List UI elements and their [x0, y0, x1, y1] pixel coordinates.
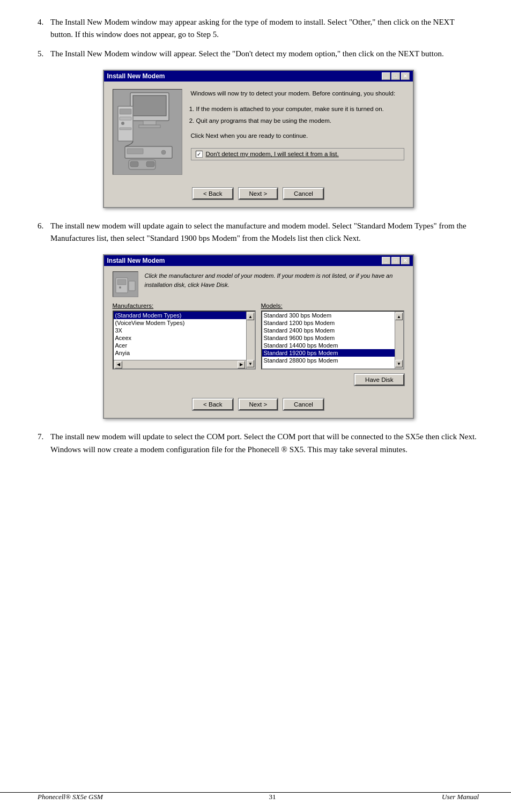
step-5-text: The Install New Modem window will appear…: [50, 48, 479, 60]
maximize-button[interactable]: □: [391, 72, 400, 80]
manufacturers-item-0[interactable]: (Standard Modem Types): [114, 312, 255, 319]
dialog-1-buttons: < Back Next > Cancel: [104, 182, 413, 207]
step-5-num: 5.: [38, 48, 50, 60]
dialog-1-list: If the modem is attached to your compute…: [196, 105, 404, 126]
step-5: 5. The Install New Modem window will app…: [38, 48, 479, 60]
manufacturers-item-2[interactable]: 3X: [114, 327, 255, 334]
models-item-6[interactable]: Standard 28800 bps Modem: [262, 357, 403, 364]
footer-product-name: Phonecell® SX5e GSM: [38, 793, 103, 801]
manufacturers-scrollbar[interactable]: ▲ ▼: [246, 312, 255, 368]
svg-rect-2: [143, 121, 156, 125]
models-scroll-up[interactable]: ▲: [395, 313, 403, 320]
step-7-text: The install new modem will update to sel…: [50, 431, 479, 456]
models-scroll-down[interactable]: ▼: [395, 360, 403, 367]
svg-rect-8: [120, 128, 131, 130]
step-6-num: 6.: [38, 220, 50, 245]
dialog-1-back-button[interactable]: < Back: [192, 188, 233, 200]
titlebar-buttons: _ □ ✕: [382, 72, 410, 80]
dont-detect-checkbox-row[interactable]: ✓ Don't detect my modem, I will select i…: [191, 148, 404, 160]
dialog-2-back-button[interactable]: < Back: [192, 398, 233, 410]
models-scrollbar[interactable]: ▲ ▼: [395, 312, 403, 368]
dialog-1-wrapper: Install New Modem _ □ ✕: [38, 70, 479, 208]
models-label: Models:: [261, 302, 404, 309]
dialog-1-title: Install New Modem: [107, 72, 165, 80]
dialog-2-instructions: Click the manufacturer and model of your…: [145, 271, 404, 297]
dialog-2-body: Click the manufacturer and model of your…: [104, 266, 413, 393]
svg-rect-16: [117, 279, 126, 285]
models-item-4[interactable]: Standard 14400 bps Modem: [262, 342, 403, 349]
dialog-1: Install New Modem _ □ ✕: [103, 70, 414, 208]
models-item-1[interactable]: Standard 1200 bps Modem: [262, 319, 403, 327]
manufacturers-label: Manufacturers:: [113, 302, 256, 309]
minimize-button[interactable]: _: [382, 72, 390, 80]
dialog-2-cancel-button[interactable]: Cancel: [283, 398, 324, 410]
footer-doc-type: User Manual: [442, 793, 479, 801]
dialog-2-buttons: < Back Next > Cancel: [104, 393, 413, 418]
dialog-2-icon: [113, 271, 138, 297]
dialog-1-footer-text: Click Next when you are ready to continu…: [191, 131, 404, 141]
dialog-2-maximize-button[interactable]: □: [391, 257, 400, 264]
page-footer: Phonecell® SX5e GSM 31 User Manual: [0, 792, 511, 801]
manufacturers-panel: Manufacturers: (Standard Modem Types) (V…: [113, 302, 256, 370]
step-7: 7. The install new modem will update to …: [38, 431, 479, 456]
dialog-1-content: Windows will now try to detect your mode…: [191, 89, 404, 175]
models-item-5[interactable]: Standard 19200 bps Modem: [262, 349, 403, 357]
dont-detect-label: Don't detect my modem, I will select it …: [206, 151, 339, 157]
models-item-2[interactable]: Standard 2400 bps Modem: [262, 327, 403, 334]
models-panel: Models: Standard 300 bps Modem Standard …: [261, 302, 404, 370]
manufacturers-hscroll-right[interactable]: ▶: [238, 361, 245, 368]
models-list[interactable]: Standard 300 bps Modem Standard 1200 bps…: [261, 311, 404, 370]
footer-page-number: 31: [269, 793, 276, 801]
manufacturers-item-5[interactable]: Anyia: [114, 349, 255, 357]
dialog-1-next-button[interactable]: Next >: [239, 188, 278, 200]
dialog-1-body: Windows will now try to detect your mode…: [104, 82, 413, 182]
step-4-num: 4.: [38, 16, 50, 41]
step-6: 6. The install new modem will update aga…: [38, 220, 479, 245]
manufacturers-hscroll-left[interactable]: ◀: [115, 361, 122, 368]
dialog-2-lists: Manufacturers: (Standard Modem Types) (V…: [113, 302, 404, 370]
svg-point-17: [119, 286, 121, 289]
svg-rect-13: [130, 161, 138, 167]
dialog-2: Install New Modem _ □ ✕ Click the manufa…: [103, 254, 414, 419]
dialog-2-title: Install New Modem: [107, 257, 165, 264]
manufacturers-item-4[interactable]: Acer: [114, 342, 255, 349]
modem-small-icon: [115, 274, 136, 295]
svg-rect-5: [120, 109, 131, 114]
step-6-text: The install new modem will update again …: [50, 220, 479, 245]
dont-detect-checkbox[interactable]: ✓: [196, 151, 203, 158]
dialog-2-wrapper: Install New Modem _ □ ✕ Click the manufa…: [38, 254, 479, 419]
have-disk-row: Have Disk: [113, 374, 404, 386]
dialog-1-illustration: [113, 89, 182, 175]
step-7-num: 7.: [38, 431, 50, 456]
step-4: 4. The Install New Modem window may appe…: [38, 16, 479, 41]
have-disk-button[interactable]: Have Disk: [354, 374, 404, 386]
manufacturers-scroll-up[interactable]: ▲: [247, 313, 254, 320]
modem-illustration-svg: [115, 90, 180, 173]
dialog-2-close-button[interactable]: ✕: [401, 257, 410, 264]
dialog-2-next-button[interactable]: Next >: [239, 398, 278, 410]
dialog-2-top: Click the manufacturer and model of your…: [113, 271, 404, 297]
dialog-1-titlebar: Install New Modem _ □ ✕: [104, 71, 413, 82]
dialog-1-list-item-2: Quit any programs that may be using the …: [196, 116, 404, 126]
dialog-1-list-item-1: If the modem is attached to your compute…: [196, 105, 404, 114]
step-4-text: The Install New Modem window may appear …: [50, 16, 479, 41]
svg-rect-18: [129, 281, 135, 291]
manufacturers-hscrollbar[interactable]: ◀ ▶: [114, 360, 246, 368]
dialog-1-heading: Windows will now try to detect your mode…: [191, 89, 404, 98]
models-item-3[interactable]: Standard 9600 bps Modem: [262, 334, 403, 342]
svg-rect-1: [133, 95, 166, 116]
svg-rect-14: [146, 161, 154, 167]
manufacturers-item-3[interactable]: Aceex: [114, 334, 255, 342]
svg-point-11: [161, 150, 166, 154]
dialog-2-titlebar-buttons: _ □ ✕: [382, 257, 410, 264]
close-button[interactable]: ✕: [401, 72, 410, 80]
dialog-2-titlebar: Install New Modem _ □ ✕: [104, 255, 413, 266]
models-item-0[interactable]: Standard 300 bps Modem: [262, 312, 403, 319]
svg-rect-3: [139, 125, 160, 128]
dialog-2-minimize-button[interactable]: _: [382, 257, 390, 264]
manufacturers-item-1[interactable]: (VoiceView Modem Types): [114, 319, 255, 327]
dialog-1-cancel-button[interactable]: Cancel: [283, 188, 324, 200]
svg-point-7: [121, 122, 124, 125]
manufacturers-scroll-down[interactable]: ▼: [247, 360, 254, 367]
manufacturers-list[interactable]: (Standard Modem Types) (VoiceView Modem …: [113, 311, 256, 370]
